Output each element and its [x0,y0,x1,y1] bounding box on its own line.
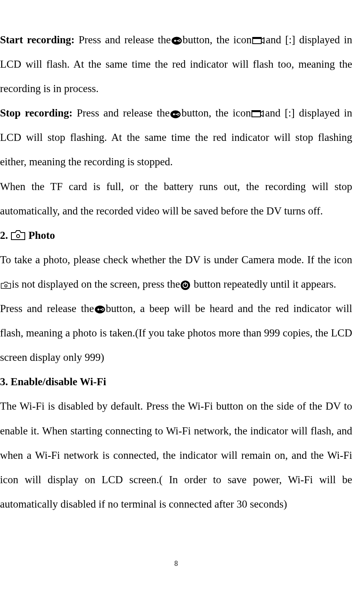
svg-point-20 [97,308,99,310]
text: is not displayed on the screen, press th… [12,278,180,290]
power-button-icon [180,280,190,290]
text: Press and release the [72,107,170,119]
text: button, the icon [183,34,252,46]
section-title: 3. Enable/disable Wi-Fi [0,376,106,388]
text: Press and release the [75,34,171,46]
video-camera-icon [251,109,265,119]
text: When the TF card is full, or the battery… [0,181,352,217]
svg-point-7 [173,113,175,115]
section-number: 2. [0,223,8,248]
stop-recording-label: Stop recording: [0,107,72,119]
svg-point-1 [174,40,176,42]
text: To take a photo, please check whether th… [0,254,352,266]
svg-point-13 [5,284,7,287]
camera-icon [0,281,11,290]
text: button repeatedly until it appears. [191,278,336,290]
camera-icon [11,229,26,241]
svg-point-12 [17,235,20,238]
page-number-value: 8 [174,560,178,567]
paragraph-wifi: The Wi-Fi is disabled by default. Press … [0,394,352,516]
section-2-heading: 2. Photo [0,223,352,248]
paragraph-start-recording: Start recording: Press and release thebu… [0,28,352,101]
paragraph-tf-card: When the TF card is full, or the battery… [0,174,352,223]
paragraph-stop-recording: Stop recording: Press and release thebut… [0,101,352,174]
section-3-heading: 3. Enable/disable Wi-Fi [0,369,352,394]
svg-rect-18 [185,282,186,285]
svg-rect-5 [253,37,261,39]
svg-rect-2 [177,41,178,41]
text: The Wi-Fi is disabled by default. Press … [0,400,352,510]
video-camera-icon [252,36,266,46]
record-button-icon [170,110,181,119]
page-number: 8 [0,556,352,572]
svg-rect-11 [252,111,261,112]
paragraph-take-photo: Press and release thebutton, a beep will… [0,296,352,369]
record-button-icon [94,305,105,314]
record-button-icon [171,36,182,45]
text: Press and release the [0,303,94,314]
section-title: Photo [28,223,55,248]
start-recording-label: Start recording: [0,34,75,46]
paragraph-photo-mode: To take a photo, please check whether th… [0,248,352,296]
text: button, the icon [181,107,251,119]
svg-rect-21 [100,309,102,310]
svg-rect-8 [176,114,177,115]
